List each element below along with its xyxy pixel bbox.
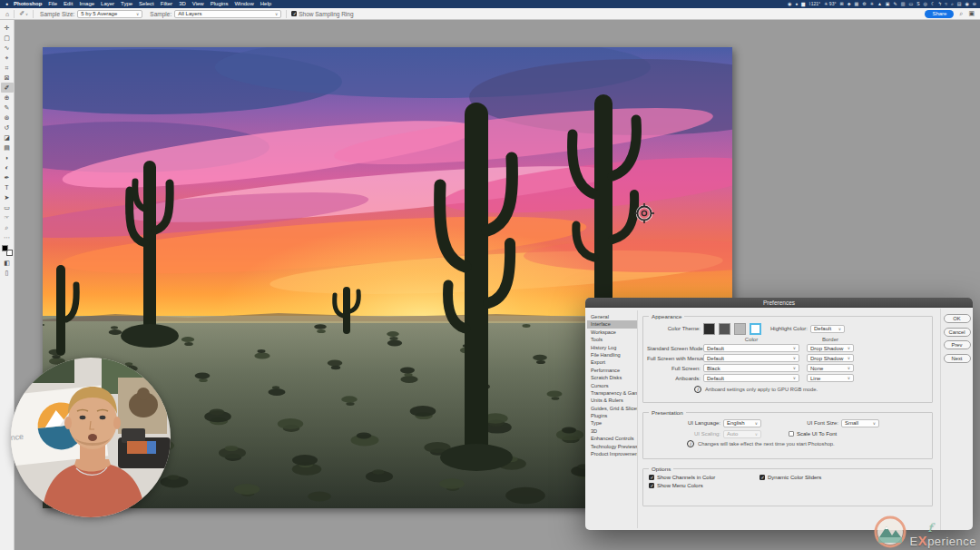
prefs-sidebar-item-plugins[interactable]: Plugins — [587, 412, 637, 419]
menu-item-edit[interactable]: Edit — [64, 0, 73, 8]
blur-tool[interactable]: ◗ — [1, 152, 14, 162]
status-icon[interactable]: ▦ — [854, 0, 858, 8]
share-button[interactable]: Share — [925, 10, 954, 18]
status-icon[interactable]: ▤ — [957, 0, 962, 8]
screen-mode-tool[interactable]: ▯ — [1, 268, 14, 278]
scale-ui-to-font-checkbox[interactable] — [789, 431, 794, 437]
status-icon[interactable]: ▆ — [801, 0, 805, 8]
prefs-sidebar-item-scratch-disks[interactable]: Scratch Disks — [587, 374, 637, 381]
workspace-switcher-icon[interactable]: ▣ — [968, 10, 975, 17]
status-icon[interactable]: S — [916, 0, 919, 8]
full-screen-with-menus-border-dropdown[interactable]: Drop Shadow — [807, 354, 854, 362]
status-icon[interactable]: ⚙ — [862, 0, 866, 8]
status-icon[interactable]: ⌕ — [951, 0, 954, 8]
shape-tool[interactable]: ▭ — [1, 202, 14, 212]
status-icon[interactable]: ◉ — [965, 0, 968, 8]
status-icon[interactable]: ☀ 93° — [824, 0, 836, 8]
menu-item-file[interactable]: File — [48, 0, 57, 8]
artboards-border-dropdown[interactable]: Line — [807, 374, 854, 382]
menu-item-filter[interactable]: Filter — [161, 0, 172, 8]
dialog-title-bar[interactable]: Preferences — [585, 298, 973, 308]
standard-screen-mode-color-dropdown[interactable]: Default — [703, 344, 799, 352]
crop-tool[interactable]: ⌗ — [1, 63, 14, 73]
menu-item-type[interactable]: Type — [121, 0, 132, 8]
menu-item-3d[interactable]: 3D — [179, 0, 186, 8]
prefs-sidebar-item-interface[interactable]: Interface — [587, 320, 637, 328]
move-tool[interactable]: ✛ — [1, 23, 14, 33]
ui-font-size-dropdown[interactable]: Small — [841, 419, 879, 427]
menu-item-image[interactable]: Image — [79, 0, 94, 8]
status-icon[interactable]: ☾ — [931, 0, 935, 8]
color-theme-swatch-2[interactable] — [719, 323, 730, 335]
ui-language-dropdown[interactable]: English — [723, 419, 761, 427]
sample-size-dropdown[interactable]: 5 by 5 Average — [77, 10, 142, 18]
search-icon[interactable]: ⌕ — [959, 10, 963, 17]
hand-tool[interactable]: ☞ — [1, 212, 14, 222]
status-icon[interactable]: ✎ — [894, 0, 897, 8]
dodge-tool[interactable]: ◐ — [1, 162, 14, 172]
show-sampling-ring-checkbox[interactable] — [291, 11, 297, 16]
cancel-button[interactable]: Cancel — [944, 328, 971, 337]
lasso-tool[interactable]: ∿ — [1, 43, 14, 53]
menu-item-window[interactable]: Window — [234, 0, 253, 8]
pen-tool[interactable]: ✒ — [1, 172, 14, 182]
color-theme-swatch-3[interactable] — [734, 323, 746, 335]
menu-item-photoshop[interactable]: Photoshop — [14, 0, 42, 8]
dynamic-color-sliders-checkbox[interactable] — [760, 475, 765, 480]
eyedropper-tool[interactable]: ✐ — [1, 83, 14, 93]
standard-screen-mode-border-dropdown[interactable]: Drop Shadow — [807, 344, 854, 352]
marquee-tool[interactable]: ▢ — [1, 33, 14, 43]
prefs-sidebar-item-technology-previews[interactable]: Technology Previews — [587, 443, 637, 450]
status-icon[interactable]: ▥ — [901, 0, 906, 8]
prefs-sidebar-item-general[interactable]: General — [587, 313, 637, 320]
edit-toolbar[interactable]: ⋯ — [1, 232, 14, 242]
status-icon[interactable]: ● — [795, 0, 798, 8]
menu-item-select[interactable]: Select — [139, 0, 154, 8]
menu-item-plugins[interactable]: Plugins — [211, 0, 229, 8]
foreground-background-colors[interactable] — [2, 245, 13, 256]
color-theme-swatch-4[interactable] — [750, 323, 761, 335]
type-tool[interactable]: T — [1, 182, 14, 192]
status-icon[interactable]: ⊖ — [973, 0, 976, 8]
prefs-sidebar-item-product-improvement[interactable]: Product Improvement — [587, 450, 637, 457]
apple-menu-icon[interactable]: ● — [5, 0, 8, 8]
ok-button[interactable]: OK — [944, 314, 971, 323]
status-icon[interactable]: ⌇121° — [808, 0, 820, 8]
color-theme-swatch-1[interactable] — [703, 323, 715, 335]
status-icon[interactable]: ≈ — [945, 0, 947, 8]
path-selection-tool[interactable]: ➤ — [1, 192, 14, 202]
healing-brush-tool[interactable]: ⊕ — [1, 93, 14, 103]
gradient-tool[interactable]: ▤ — [1, 142, 14, 152]
sample-layers-dropdown[interactable]: All Layers — [174, 10, 281, 18]
status-icon[interactable]: ▲ — [877, 0, 882, 8]
show-channels-in-color-checkbox[interactable] — [649, 475, 654, 480]
menu-item-help[interactable]: Help — [260, 0, 271, 8]
prefs-sidebar-item-transparency-gamut[interactable]: Transparency & Gamut — [587, 389, 637, 397]
status-icon[interactable]: ▣ — [886, 0, 890, 8]
prefs-sidebar-item-performance[interactable]: Performance — [587, 367, 637, 374]
object-selection-tool[interactable]: ⌖ — [1, 53, 14, 63]
full-screen-border-dropdown[interactable]: None — [807, 364, 854, 372]
home-icon[interactable]: ⌂ — [5, 11, 9, 17]
artboards-color-dropdown[interactable]: Default — [703, 374, 799, 382]
prefs-sidebar-item-file-handling[interactable]: File Handling — [587, 351, 637, 358]
prefs-sidebar-item-enhanced-controls[interactable]: Enhanced Controls — [587, 435, 637, 442]
status-icon[interactable]: ✳ — [870, 0, 874, 8]
prefs-sidebar-item-workspace[interactable]: Workspace — [587, 329, 637, 336]
foreground-color-swatch[interactable] — [2, 245, 8, 251]
menu-item-layer[interactable]: Layer — [101, 0, 114, 8]
clone-stamp-tool[interactable]: ⊛ — [1, 113, 14, 123]
prev-button[interactable]: Prev — [944, 340, 971, 349]
history-brush-tool[interactable]: ↺ — [1, 123, 14, 133]
full-screen-with-menus-color-dropdown[interactable]: Default — [703, 354, 799, 362]
status-icon[interactable]: ◎ — [924, 0, 927, 8]
quick-mask-tool[interactable]: ◧ — [1, 258, 14, 268]
zoom-tool[interactable]: ⌕ — [1, 222, 14, 232]
prefs-sidebar-item-history-log[interactable]: History Log — [587, 344, 637, 351]
prefs-sidebar-item-tools[interactable]: Tools — [587, 336, 637, 343]
prefs-sidebar-item-export[interactable]: Export — [587, 358, 637, 366]
show-menu-colors-checkbox[interactable] — [649, 483, 654, 488]
prefs-sidebar-item-guides-grid-slices[interactable]: Guides, Grid & Slices — [587, 405, 637, 412]
eraser-tool[interactable]: ◪ — [1, 133, 14, 142]
prefs-sidebar-item-units-rulers[interactable]: Units & Rulers — [587, 397, 637, 404]
